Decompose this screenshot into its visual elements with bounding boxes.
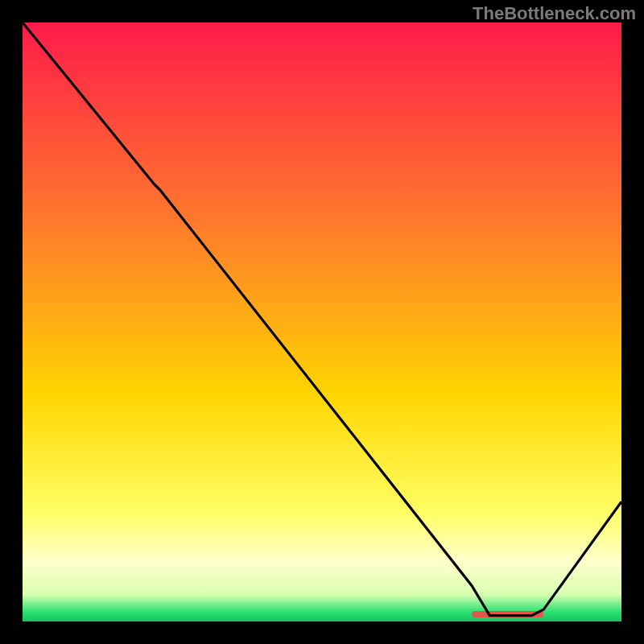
chart-svg: [23, 23, 621, 621]
chart-frame: TheBottleneck.com: [0, 0, 644, 644]
watermark-text: TheBottleneck.com: [473, 3, 636, 24]
plot-area: [23, 23, 621, 621]
gradient-background: [23, 23, 621, 621]
